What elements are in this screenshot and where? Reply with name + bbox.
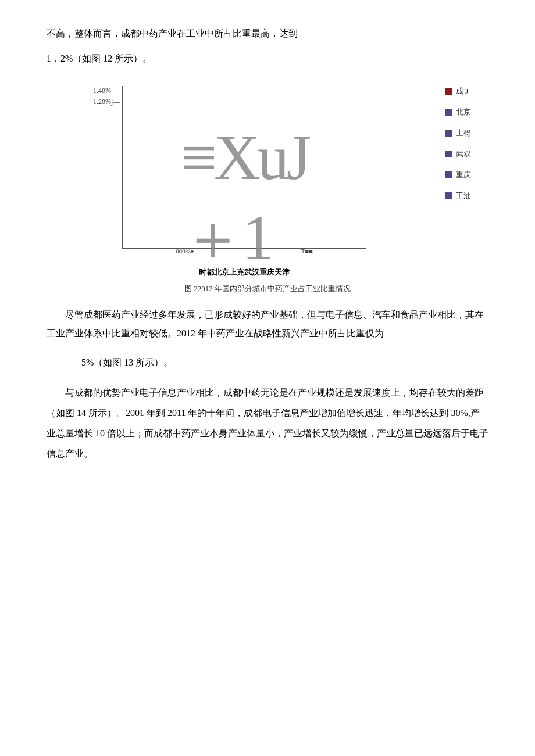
legend-item-0: 成 J [445, 86, 471, 96]
intro-line2: 1．2%（如图 12 所示）。 [47, 48, 488, 69]
legend-item-3: 武双 [445, 149, 471, 159]
y-label-1: 1.40% [93, 86, 120, 96]
legend-item-4: 重庆 [445, 170, 471, 180]
chart-caption: 图 22012 年国内部分城市中药产业占工业比重情况 [47, 284, 488, 294]
x-tick-left: 000%♦ [176, 248, 194, 255]
legend-label-0: 成 J [456, 86, 468, 96]
legend-color-5 [445, 192, 452, 199]
legend-color-0 [445, 88, 452, 95]
chart-decorative-text: ≡XuJ＋1 [181, 121, 366, 281]
chart-plot-area: ≡XuJ＋1 [122, 86, 366, 249]
intro-line1: 不高，整体而言，成都中药产业在工业中所占比重最高，达到 [47, 23, 488, 44]
chart-legend: 成 J 北京 上得 武双 重庆 工油 [445, 86, 471, 201]
y-label-2: 1.20%j— [93, 97, 120, 107]
legend-color-3 [445, 151, 452, 157]
legend-color-2 [445, 130, 452, 137]
chart-x-axis-markers: 000%♦ T■■ [122, 248, 366, 255]
legend-label-2: 上得 [456, 128, 471, 138]
legend-label-4: 重庆 [456, 170, 471, 180]
body-paragraph-3: 与成都的优势产业电子信息产业相比，成都中药无论是在产业规模还是发展速度上，均存在… [47, 382, 488, 464]
legend-color-4 [445, 171, 452, 178]
legend-label-5: 工油 [456, 191, 471, 201]
x-tick-mid: T■■ [301, 248, 313, 255]
legend-item-5: 工油 [445, 191, 471, 201]
indented-paragraph-p2: 5%（如图 13 所示）。 [81, 352, 488, 372]
body-paragraph-1: 尽管成都医药产业经过多年发展，已形成较好的产业基础，但与电子信息、汽车和食品产业… [47, 306, 488, 343]
legend-label-1: 北京 [456, 107, 471, 117]
legend-label-3: 武双 [456, 149, 471, 159]
legend-item-2: 上得 [445, 128, 471, 138]
chart-figure12: 1.40% 1.20%j— ≡XuJ＋1 成 J 北京 上得 武双 重庆 工油 [47, 80, 488, 278]
chart-y-labels: 1.40% 1.20%j— [93, 86, 120, 107]
chart-cities-label: 时都北京上充武汉重庆天津 [105, 267, 384, 278]
legend-color-1 [445, 109, 452, 116]
legend-item-1: 北京 [445, 107, 471, 117]
